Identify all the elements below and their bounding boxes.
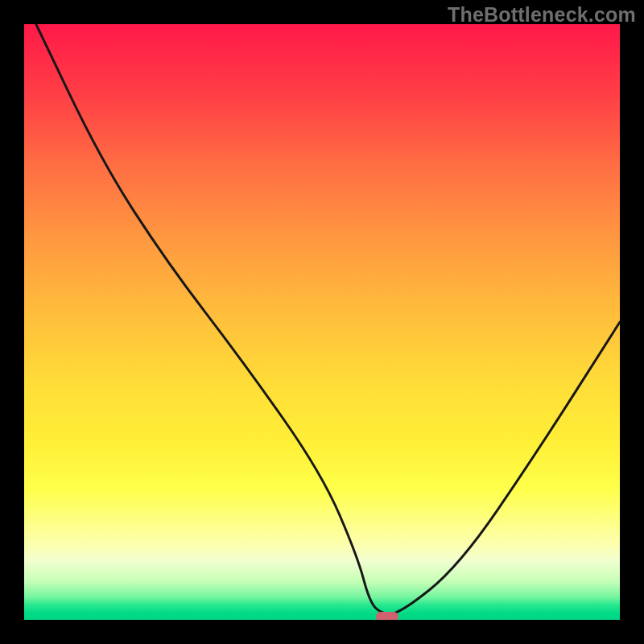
bottleneck-curve	[24, 24, 620, 620]
plot-area	[24, 24, 620, 620]
watermark-label: TheBottleneck.com	[448, 3, 636, 27]
chart-frame: TheBottleneck.com	[0, 0, 644, 644]
optimum-marker	[376, 612, 398, 620]
